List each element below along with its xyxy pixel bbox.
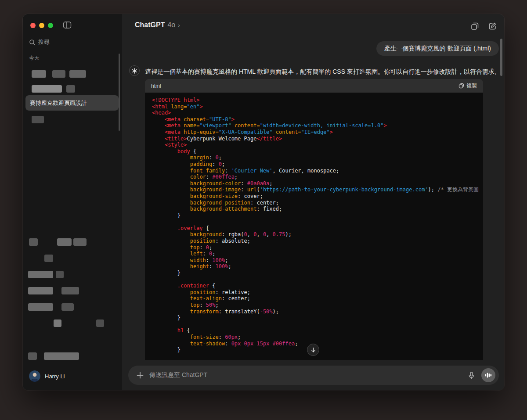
- redacted-chat-item[interactable]: [57, 238, 72, 246]
- redacted-chat-item[interactable]: [66, 85, 75, 93]
- history-section-label: 今天: [29, 54, 40, 62]
- search-placeholder: 搜尋: [38, 38, 50, 46]
- search-input[interactable]: 搜尋: [29, 38, 116, 46]
- code-line: <head>: [152, 110, 483, 116]
- redacted-chat-item[interactable]: [96, 319, 104, 327]
- sidebar-item-selected-chat[interactable]: 賽博龐克歡迎頁面設計: [25, 95, 119, 111]
- panel-icon: [63, 21, 72, 29]
- user-message-bubble: 產生一個賽博龐克風的 歡迎頁面 (.html): [376, 41, 499, 56]
- code-line: <style>: [152, 142, 483, 148]
- redacted-chat-item[interactable]: [54, 319, 61, 327]
- code-line: }: [152, 315, 483, 321]
- code-line: background-attachment: fixed;: [152, 206, 483, 212]
- minimize-window-button[interactable]: [39, 23, 44, 28]
- copy-conversation-button[interactable]: [470, 21, 480, 31]
- zoom-window-button[interactable]: [48, 23, 53, 28]
- code-line: font-size: 60px;: [152, 334, 483, 341]
- selected-chat-title: 賽博龐克歡迎頁面設計: [30, 99, 87, 107]
- code-line: <title>Cyberpunk Welcome Page</title>: [152, 136, 483, 142]
- code-line: [152, 276, 483, 283]
- close-window-button[interactable]: [30, 23, 36, 28]
- model-name: 4o: [167, 21, 175, 29]
- code-line: [152, 219, 483, 225]
- code-line: [152, 321, 483, 328]
- code-block-header: html 複製: [145, 79, 483, 93]
- microphone-icon: [467, 371, 476, 380]
- code-line: }: [152, 270, 483, 276]
- main-header: ChatGPT 4o ›: [122, 14, 504, 39]
- redacted-chat-item[interactable]: [32, 116, 44, 123]
- redacted-chat-item[interactable]: [28, 352, 37, 360]
- voice-mode-button[interactable]: [481, 368, 495, 382]
- scroll-to-bottom-button[interactable]: [307, 344, 319, 356]
- code-content: <!DOCTYPE html><html lang="en"><head> <m…: [145, 93, 483, 353]
- redacted-chat-item[interactable]: [28, 303, 53, 311]
- sidebar-toggle-icon[interactable]: [62, 21, 72, 30]
- chat-scrollbar[interactable]: [500, 39, 502, 76]
- chat-main: ChatGPT 4o › 產生一個賽博龐克風的 歡迎頁面 (.html): [122, 14, 504, 390]
- copy-code-label: 複製: [466, 82, 477, 90]
- redacted-chat-item[interactable]: [52, 70, 65, 78]
- code-line: position: relative;: [152, 289, 483, 296]
- code-line: body {: [152, 148, 483, 155]
- redacted-chat-item[interactable]: [32, 85, 62, 93]
- code-line: margin: 0;: [152, 154, 483, 161]
- code-line: <meta http-equiv="X-UA-Compatible" conte…: [152, 129, 483, 136]
- code-line: <!DOCTYPE html>: [152, 97, 483, 104]
- code-line: .overlay {: [152, 225, 483, 232]
- sidebar-scrollbar[interactable]: [119, 54, 120, 131]
- model-picker[interactable]: ChatGPT 4o ›: [135, 21, 180, 29]
- code-line: background-size: cover;: [152, 193, 483, 200]
- redacted-chat-item[interactable]: [61, 303, 74, 311]
- code-language-label: html: [151, 83, 161, 89]
- redacted-chat-item[interactable]: [28, 271, 53, 278]
- code-line: transform: translateY(-50%);: [152, 309, 483, 315]
- code-line: top: 0;: [152, 244, 483, 251]
- compose-icon: [488, 22, 497, 30]
- code-line: color: #00ffea;: [152, 174, 483, 180]
- code-line: left: 0;: [152, 251, 483, 257]
- assistant-avatar: [129, 65, 140, 76]
- code-line: <html lang="en">: [152, 104, 483, 110]
- code-line: background: rgba(0, 0, 0, 0.75);: [152, 231, 483, 238]
- copy-icon: [458, 83, 464, 89]
- copy-icon: [471, 22, 479, 30]
- sidebar: 搜尋 今天 賽博龐克歡迎頁面設計: [23, 14, 122, 390]
- attach-button[interactable]: [135, 370, 145, 380]
- code-block: html 複製 <!DOCTYPE html><html lang="en"><…: [145, 79, 483, 360]
- dictate-button[interactable]: [466, 370, 477, 381]
- code-line: height: 100%;: [152, 263, 483, 270]
- redacted-chat-item[interactable]: [28, 287, 53, 294]
- redacted-chat-item[interactable]: [69, 70, 86, 78]
- search-icon: [29, 39, 36, 46]
- code-line: font-family: 'Courier New', Courier, mon…: [152, 168, 483, 174]
- person-avatar-image: [29, 370, 40, 382]
- redacted-chat-item[interactable]: [29, 238, 38, 246]
- code-line: width: 100%;: [152, 257, 483, 264]
- code-line: position: absolute;: [152, 238, 483, 244]
- app-title: ChatGPT: [135, 21, 165, 29]
- code-line: .container {: [152, 283, 483, 289]
- code-line: background-position: center;: [152, 200, 483, 206]
- arrow-down-icon: [310, 347, 317, 353]
- code-line: background-image: url('https://path-to-y…: [152, 187, 483, 193]
- message-input[interactable]: 傳送訊息至 ChatGPT: [149, 371, 466, 379]
- new-chat-button[interactable]: [487, 21, 497, 31]
- redacted-chat-item[interactable]: [73, 238, 87, 246]
- redacted-chat-item[interactable]: [44, 352, 79, 360]
- plus-icon: [136, 371, 144, 379]
- code-line: }: [152, 212, 483, 219]
- chevron-right-icon: ›: [178, 22, 180, 29]
- redacted-chat-item[interactable]: [32, 70, 46, 78]
- redacted-chat-item[interactable]: [56, 271, 64, 278]
- chatgpt-window: 搜尋 今天 賽博龐克歡迎頁面設計: [23, 14, 504, 390]
- assistant-message-text: 這裡是一個基本的賽博龐克風格的 HTML 歡迎頁面範本，配有簡單的 CSS 來打…: [145, 67, 496, 76]
- redacted-chat-item[interactable]: [61, 287, 79, 294]
- user-name: Harry Li: [45, 373, 65, 380]
- copy-code-button[interactable]: 複製: [458, 82, 477, 90]
- message-composer[interactable]: 傳送訊息至 ChatGPT: [128, 366, 499, 385]
- code-line: <meta charset="UTF-8">: [152, 116, 483, 123]
- account-row[interactable]: Harry Li: [29, 370, 65, 382]
- redacted-chat-item[interactable]: [44, 255, 53, 262]
- user-avatar: [29, 370, 40, 382]
